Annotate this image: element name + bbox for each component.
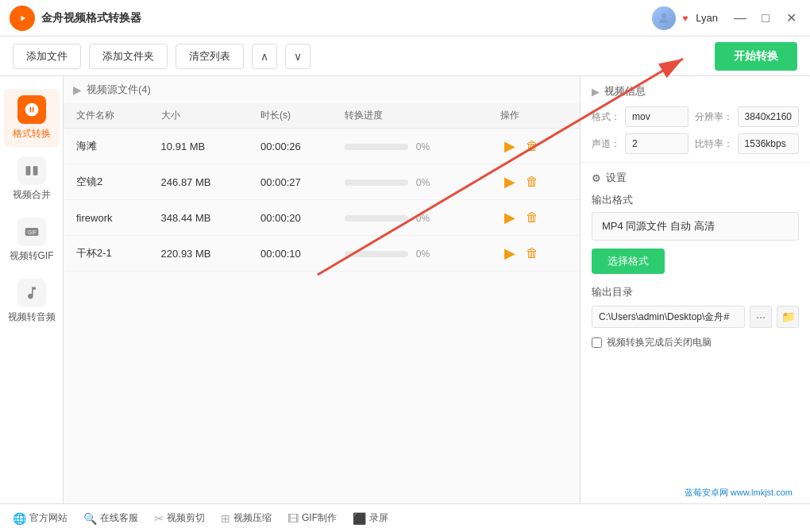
delete-button[interactable]: 🗑 <box>523 137 542 156</box>
sidebar-item-gif[interactable]: GIF 视频转GIF <box>4 211 60 269</box>
output-dir-box: ··· 📁 <box>592 306 799 328</box>
website-icon: 🌐 <box>13 512 26 525</box>
output-format-box: MP4 同源文件 自动 高清 <box>592 212 799 241</box>
screen-label: 录屏 <box>369 511 388 525</box>
video-info-icon: ▶ <box>592 86 600 98</box>
output-dir-label: 输出目录 <box>592 285 799 299</box>
gif-bottom-icon: 🎞 <box>287 512 299 525</box>
bitrate-value: 1536kbps <box>738 133 799 154</box>
compress-icon: ⊞ <box>221 512 230 525</box>
output-dir-input[interactable] <box>592 306 745 328</box>
sidebar: 格式转换 视频合并 GIF 视频转GIF <box>0 76 64 503</box>
bottom-compress[interactable]: ⊞ 视频压缩 <box>221 511 272 525</box>
clip-label: 视频剪切 <box>167 511 205 525</box>
open-dir-button[interactable]: 📁 <box>777 306 799 328</box>
screen-icon: ⬛ <box>353 512 366 525</box>
col-duration: 时长(s) <box>254 103 338 129</box>
bottom-clip[interactable]: ✂ 视频剪切 <box>154 511 205 525</box>
browse-dots-button[interactable]: ··· <box>750 306 772 328</box>
col-name: 文件名称 <box>64 103 155 129</box>
move-up-button[interactable]: ∧ <box>252 44 277 69</box>
op-cell: ▶ 🗑 <box>500 208 573 227</box>
user-avatar <box>652 6 676 30</box>
move-down-button[interactable]: ∨ <box>285 44 310 69</box>
start-convert-button[interactable]: 开始转换 <box>715 42 797 71</box>
file-progress-cell: 0% <box>338 200 494 236</box>
delete-button[interactable]: 🗑 <box>523 208 542 227</box>
bottom-bar: 🌐 官方网站 🔍 在线客服 ✂ 视频剪切 ⊞ 视频压缩 🎞 GIF制作 ⬛ 录屏 <box>0 503 810 532</box>
content-area: ▶ 视频源文件(4) 文件名称 大小 时长(s) 转换进度 操作 海滩 10.9… <box>64 76 580 503</box>
svg-point-2 <box>662 13 666 18</box>
title-bar: 金舟视频格式转换器 ♥ Lyan — □ ✕ <box>0 0 810 37</box>
compress-label: 视频压缩 <box>233 511 272 525</box>
file-op-cell: ▶ 🗑 <box>494 129 580 164</box>
progress-bar-bg <box>345 144 408 150</box>
add-folder-button[interactable]: 添加文件夹 <box>89 44 168 69</box>
file-op-cell: ▶ 🗑 <box>494 164 580 200</box>
settings-title: ⚙ 设置 <box>592 171 799 185</box>
maximize-button[interactable]: □ <box>756 9 775 28</box>
toolbar: 添加文件 添加文件夹 清空列表 ∧ ∨ 开始转换 <box>0 37 810 76</box>
file-list-header: ▶ 视频源文件(4) <box>64 76 580 103</box>
sidebar-item-merge[interactable]: 视频合并 <box>4 150 60 208</box>
play-button[interactable]: ▶ <box>500 244 519 263</box>
sidebar-item-audio[interactable]: 视频转音频 <box>4 272 60 330</box>
bottom-screen[interactable]: ⬛ 录屏 <box>353 511 388 525</box>
file-duration-cell: 00:00:10 <box>254 236 338 272</box>
bottom-gif[interactable]: 🎞 GIF制作 <box>287 511 337 525</box>
sidebar-label-gif: 视频转GIF <box>10 249 54 263</box>
svg-rect-4 <box>33 166 37 175</box>
gear-icon: ⚙ <box>592 172 601 184</box>
file-size-cell: 10.91 MB <box>155 129 255 164</box>
audio-value: 2 <box>625 133 688 154</box>
audio-row: 声道： 2 <box>592 133 688 154</box>
add-file-button[interactable]: 添加文件 <box>13 44 81 69</box>
close-after-row: 视频转换完成后关闭电脑 <box>592 336 799 349</box>
close-after-checkbox[interactable] <box>592 337 602 348</box>
delete-button[interactable]: 🗑 <box>523 172 542 191</box>
bottom-service[interactable]: 🔍 在线客服 <box>83 511 138 525</box>
progress-text: 0% <box>416 213 430 224</box>
svg-rect-3 <box>25 166 30 175</box>
sidebar-item-format[interactable]: 格式转换 <box>4 89 60 147</box>
service-label: 在线客服 <box>100 511 138 525</box>
gif-label: GIF制作 <box>302 511 337 525</box>
sidebar-label-format: 格式转换 <box>13 127 51 141</box>
table-row: firework 348.44 MB 00:00:20 0% ▶ 🗑 <box>64 200 580 236</box>
file-size-cell: 220.93 MB <box>155 236 255 272</box>
progress-text: 0% <box>416 249 430 260</box>
bottom-website[interactable]: 🌐 官方网站 <box>13 511 68 525</box>
app-title: 金舟视频格式转换器 <box>41 11 141 25</box>
op-cell: ▶ 🗑 <box>500 137 573 156</box>
file-duration-cell: 00:00:27 <box>254 164 338 200</box>
format-row: 格式： mov <box>592 106 688 127</box>
table-row: 海滩 10.91 MB 00:00:26 0% ▶ 🗑 <box>64 129 580 164</box>
svg-text:GIF: GIF <box>28 229 37 235</box>
clear-list-button[interactable]: 清空列表 <box>176 44 244 69</box>
file-size-cell: 348.44 MB <box>155 200 255 236</box>
play-button[interactable]: ▶ <box>500 137 519 156</box>
file-op-cell: ▶ 🗑 <box>494 236 580 272</box>
close-button[interactable]: ✕ <box>781 9 800 28</box>
file-duration-cell: 00:00:26 <box>254 129 338 164</box>
progress-bar-bg <box>345 179 408 186</box>
progress-text: 0% <box>416 177 430 188</box>
play-button[interactable]: ▶ <box>500 208 519 227</box>
col-progress: 转换进度 <box>338 103 494 129</box>
format-label: 格式： <box>592 110 620 124</box>
app-logo <box>10 6 35 31</box>
title-controls: ♥ Lyan — □ ✕ <box>652 6 800 30</box>
bitrate-row: 比特率： 1536kbps <box>695 133 799 154</box>
audio-label: 声道： <box>592 137 620 151</box>
delete-button[interactable]: 🗑 <box>523 244 542 263</box>
op-cell: ▶ 🗑 <box>500 172 573 191</box>
play-button[interactable]: ▶ <box>500 172 519 191</box>
video-info-grid: 格式： mov 分辨率： 3840x2160 声道： 2 比特率： 1536kb… <box>592 106 799 154</box>
minimize-button[interactable]: — <box>731 9 750 28</box>
select-format-button[interactable]: 选择格式 <box>592 249 665 274</box>
output-format-label: 输出格式 <box>592 193 799 207</box>
file-name-cell: firework <box>64 200 155 236</box>
op-cell: ▶ 🗑 <box>500 244 573 263</box>
file-list-icon: ▶ <box>73 83 82 96</box>
format-icon <box>17 95 46 124</box>
